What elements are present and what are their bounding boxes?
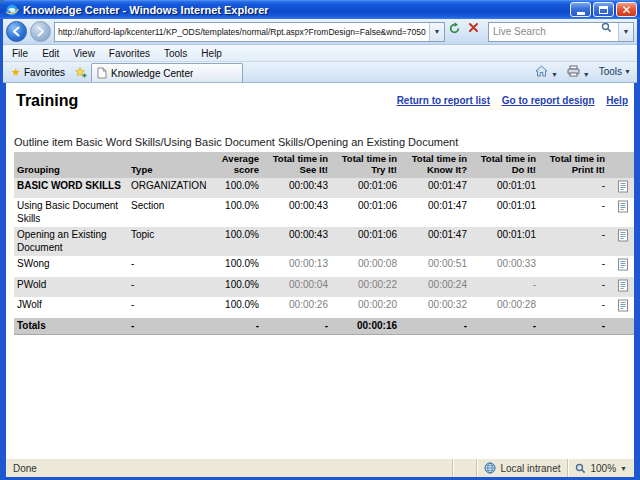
cell-grouping: PWold: [14, 277, 128, 298]
close-button[interactable]: ✕: [616, 2, 637, 17]
cell-do-it: 00:01:01: [470, 227, 539, 256]
table-row-user-jwolf: JWolf - 100.0% 00:00:26 00:00:20 00:00:3…: [14, 297, 634, 318]
row-report-icon[interactable]: [617, 229, 629, 242]
cell-know-it: 00:00:32: [400, 297, 470, 318]
menu-help[interactable]: Help: [194, 47, 229, 60]
refresh-button[interactable]: [448, 22, 465, 42]
table-row-topic: Opening an Existing Document Topic 100.0…: [14, 227, 634, 256]
minimize-button[interactable]: [570, 2, 591, 17]
cell-grouping: SWong: [14, 256, 128, 277]
status-bar: Done Local intranet 100% ▼: [6, 458, 634, 477]
cell-know-it: 00:01:47: [400, 227, 470, 256]
url-dropdown-button[interactable]: ▼: [429, 23, 444, 41]
zoom-control[interactable]: 100% ▼: [567, 459, 634, 477]
cell-average-score: 100.0%: [212, 227, 262, 256]
table-header-row: Grouping Type Averagescore Total time in…: [14, 152, 634, 178]
col-header-try-it: Total time inTry It!: [331, 152, 400, 178]
tab-knowledge-center[interactable]: Knowledge Center: [91, 63, 243, 82]
row-report-icon[interactable]: [617, 180, 629, 193]
cell-print-it: -: [539, 318, 608, 335]
search-box: ▼: [488, 22, 634, 42]
col-header-type: Type: [128, 152, 212, 178]
cell-print-it: -: [539, 277, 608, 298]
menu-favorites[interactable]: Favorites: [102, 47, 157, 60]
row-report-icon[interactable]: [617, 200, 629, 213]
search-icon[interactable]: [601, 22, 618, 42]
cell-do-it: 00:00:28: [470, 297, 539, 318]
link-go-to-report-design[interactable]: Go to report design: [502, 95, 595, 106]
zone-label: Local intranet: [500, 463, 560, 474]
menu-edit[interactable]: Edit: [35, 47, 66, 60]
menu-bar: File Edit View Favorites Tools Help: [3, 45, 637, 62]
cell-know-it: -: [400, 318, 470, 335]
col-header-print-it: Total time inPrint It!: [539, 152, 608, 178]
cell-see-it: 00:00:04: [262, 277, 331, 298]
cell-type: -: [128, 256, 212, 277]
cell-try-it: 00:01:06: [331, 198, 400, 227]
cell-grouping: BASIC WORD SKILLS: [14, 178, 128, 199]
print-button[interactable]: ▼: [567, 65, 590, 78]
browser-window: Knowledge Center - Windows Internet Expl…: [0, 0, 640, 480]
cell-type: -: [128, 318, 212, 335]
tools-menu-button[interactable]: Tools ▼: [599, 66, 631, 77]
cell-do-it: -: [470, 277, 539, 298]
back-button[interactable]: [6, 21, 27, 42]
col-header-average-score: Averagescore: [212, 152, 262, 178]
cell-print-it: -: [539, 227, 608, 256]
page-icon: [97, 67, 107, 79]
row-report-icon[interactable]: [617, 299, 629, 312]
cell-do-it: -: [470, 318, 539, 335]
url-input[interactable]: [55, 23, 429, 41]
cell-average-score: 100.0%: [212, 277, 262, 298]
favorites-button[interactable]: ★ Favorites: [5, 65, 71, 82]
cell-print-it: -: [539, 256, 608, 277]
stop-button[interactable]: [468, 22, 485, 42]
title-bar: Knowledge Center - Windows Internet Expl…: [0, 0, 640, 19]
table-row-user-swong: SWong - 100.0% 00:00:13 00:00:08 00:00:5…: [14, 256, 634, 277]
table-row-organization: BASIC WORD SKILLS ORGANIZATION 100.0% 00…: [14, 178, 634, 199]
menu-file[interactable]: File: [5, 47, 35, 60]
col-header-do-it: Total time inDo It!: [470, 152, 539, 178]
link-help[interactable]: Help: [606, 95, 628, 106]
search-input[interactable]: [489, 26, 601, 37]
cell-grouping: JWolf: [14, 297, 128, 318]
tab-title: Knowledge Center: [111, 68, 193, 79]
zoom-level: 100%: [590, 463, 616, 474]
maximize-button[interactable]: [593, 2, 614, 17]
add-favorite-icon[interactable]: [71, 65, 91, 82]
cell-type: -: [128, 277, 212, 298]
table-row-user-pwold: PWold - 100.0% 00:00:04 00:00:22 00:00:2…: [14, 277, 634, 298]
forward-button[interactable]: [30, 21, 51, 42]
cell-try-it: 00:00:16: [331, 318, 400, 335]
tab-bar: ★ Favorites Knowledge Center ▼ ▼: [3, 62, 637, 83]
intranet-zone-icon: [484, 462, 496, 474]
col-header-actions: [608, 152, 634, 178]
menu-tools[interactable]: Tools: [157, 47, 194, 60]
col-header-grouping: Grouping: [14, 152, 128, 178]
statusbar-empty-pane: [452, 459, 476, 477]
cell-do-it: 00:00:33: [470, 256, 539, 277]
row-report-icon[interactable]: [617, 258, 629, 271]
cell-average-score: 100.0%: [212, 297, 262, 318]
link-return-to-report-list[interactable]: Return to report list: [397, 95, 490, 106]
address-bar: ▼ ▼: [3, 19, 637, 45]
status-text: Done: [6, 463, 452, 474]
page-title: Training: [16, 92, 78, 110]
cell-know-it: 00:01:47: [400, 178, 470, 199]
cell-do-it: 00:01:01: [470, 198, 539, 227]
cell-type: Topic: [128, 227, 212, 256]
cell-try-it: 00:01:06: [331, 178, 400, 199]
security-zone-pane: Local intranet: [476, 459, 567, 477]
row-report-icon[interactable]: [617, 279, 629, 292]
home-button[interactable]: ▼: [535, 65, 558, 78]
cell-print-it: -: [539, 297, 608, 318]
cell-print-it: -: [539, 178, 608, 199]
cell-see-it: -: [262, 318, 331, 335]
menu-view[interactable]: View: [66, 47, 102, 60]
search-dropdown-button[interactable]: ▼: [618, 23, 633, 41]
report-nav-links: Return to report list Go to report desig…: [388, 95, 628, 106]
favorites-star-icon: ★: [11, 67, 21, 78]
cell-do-it: 00:01:01: [470, 178, 539, 199]
report-table: Grouping Type Averagescore Total time in…: [14, 152, 634, 335]
cell-average-score: -: [212, 318, 262, 335]
